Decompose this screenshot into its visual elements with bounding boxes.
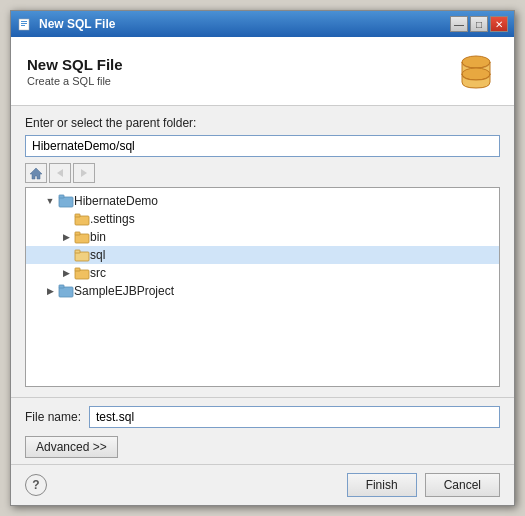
forward-button[interactable]: [73, 163, 95, 183]
title-bar-buttons: — □ ✕: [450, 16, 508, 32]
minimize-button[interactable]: —: [450, 16, 468, 32]
file-name-row: File name:: [25, 406, 500, 428]
svg-rect-9: [59, 197, 73, 207]
tree-item-label: src: [90, 266, 106, 280]
tree-item[interactable]: ▶ bin: [26, 228, 499, 246]
header-section: New SQL File Create a SQL file: [11, 37, 514, 106]
svg-rect-12: [75, 214, 80, 217]
expand-placeholder: [58, 211, 74, 227]
svg-marker-6: [30, 168, 42, 179]
project-icon: [58, 194, 74, 208]
svg-rect-1: [21, 21, 27, 22]
expand-icon[interactable]: ▶: [58, 265, 74, 281]
home-button[interactable]: [25, 163, 47, 183]
svg-rect-16: [75, 250, 80, 253]
cancel-button[interactable]: Cancel: [425, 473, 500, 497]
file-tree[interactable]: ▼ HibernateDemo .setting: [25, 187, 500, 387]
svg-rect-14: [75, 232, 80, 235]
svg-rect-18: [75, 268, 80, 271]
title-bar: New SQL File — □ ✕: [11, 11, 514, 37]
tree-item[interactable]: ▼ HibernateDemo: [26, 192, 499, 210]
tree-item[interactable]: ▶ src: [26, 264, 499, 282]
tree-item-label: .settings: [90, 212, 135, 226]
title-bar-left: New SQL File: [17, 16, 115, 32]
expand-placeholder: [58, 247, 74, 263]
svg-marker-8: [81, 169, 87, 177]
header-title-group: New SQL File Create a SQL file: [27, 56, 123, 87]
advanced-button[interactable]: Advanced >>: [25, 436, 118, 458]
expand-icon[interactable]: ▶: [42, 283, 58, 299]
svg-rect-19: [59, 287, 73, 297]
folder-icon: [74, 230, 90, 244]
tree-item-label: sql: [90, 248, 105, 262]
tree-item-label: SampleEJBProject: [74, 284, 174, 298]
close-button[interactable]: ✕: [490, 16, 508, 32]
svg-point-5: [462, 68, 490, 80]
back-button[interactable]: [49, 163, 71, 183]
svg-marker-7: [57, 169, 63, 177]
tree-toolbar: [25, 163, 500, 183]
dialog-title: New SQL File: [27, 56, 123, 73]
expand-icon[interactable]: ▼: [42, 193, 58, 209]
svg-rect-20: [59, 285, 64, 288]
tree-item-label: HibernateDemo: [74, 194, 158, 208]
help-button[interactable]: ?: [25, 474, 47, 496]
folder-label: Enter or select the parent folder:: [25, 116, 500, 130]
maximize-button[interactable]: □: [470, 16, 488, 32]
svg-rect-2: [21, 23, 27, 24]
folder-icon: [74, 212, 90, 226]
project-icon: [58, 284, 74, 298]
header-icon: [454, 49, 498, 93]
tree-item-label: bin: [90, 230, 106, 244]
folder-icon: [74, 266, 90, 280]
svg-rect-3: [21, 25, 25, 26]
dialog-subtitle: Create a SQL file: [27, 75, 123, 87]
new-sql-file-dialog: New SQL File — □ ✕ New SQL File Create a…: [10, 10, 515, 506]
footer-buttons: Finish Cancel: [347, 473, 500, 497]
folder-open-icon: [74, 248, 90, 262]
svg-rect-10: [59, 195, 64, 198]
footer: ? Finish Cancel: [11, 464, 514, 505]
expand-icon[interactable]: ▶: [58, 229, 74, 245]
bottom-section: File name: Advanced >>: [11, 397, 514, 464]
svg-rect-0: [19, 19, 29, 30]
title-text: New SQL File: [39, 17, 115, 31]
file-name-label: File name:: [25, 410, 81, 424]
database-svg-icon: [457, 52, 495, 90]
tree-item[interactable]: ▶ SampleEJBProject: [26, 282, 499, 300]
main-section: Enter or select the parent folder:: [11, 106, 514, 397]
folder-input[interactable]: [25, 135, 500, 157]
tree-item[interactable]: sql: [26, 246, 499, 264]
finish-button[interactable]: Finish: [347, 473, 417, 497]
svg-point-4: [462, 56, 490, 68]
file-name-input[interactable]: [89, 406, 500, 428]
content-area: New SQL File Create a SQL file Enter or …: [11, 37, 514, 505]
tree-item[interactable]: .settings: [26, 210, 499, 228]
window-icon: [17, 16, 33, 32]
